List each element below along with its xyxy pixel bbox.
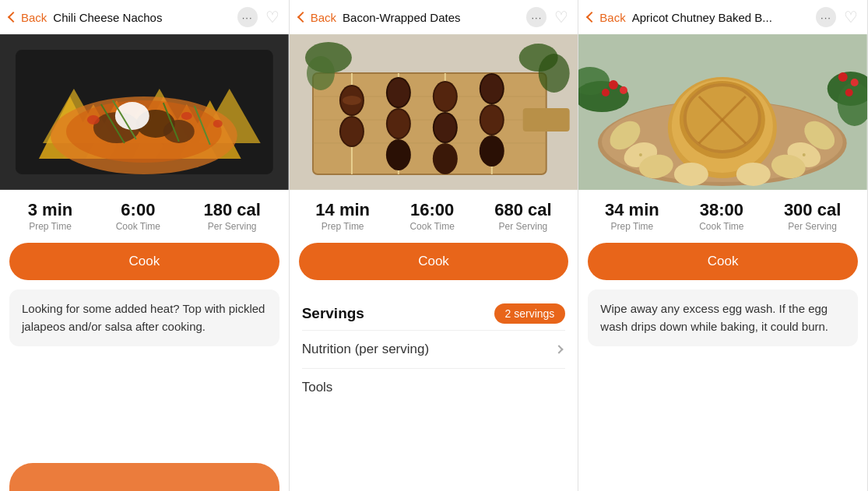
- header-panel3: Back Apricot Chutney Baked B... ··· ♡: [578, 0, 867, 34]
- recipe-title-panel3: Apricot Chutney Baked B...: [632, 11, 810, 24]
- svg-point-46: [386, 139, 411, 170]
- recipe-title-panel1: Chili Cheese Nachos: [53, 11, 230, 24]
- prep-time-stat-panel1: 3 min Prep Time: [28, 201, 72, 232]
- prep-time-stat-panel2: 14 min Prep Time: [315, 201, 370, 232]
- svg-point-80: [639, 153, 642, 156]
- servings-section-panel2: Servings 2 servings Nutrition (per servi…: [290, 289, 578, 408]
- header-panel2: Back Bacon-Wrapped Dates ··· ♡: [290, 0, 578, 34]
- svg-point-39: [343, 96, 361, 105]
- stats-row-panel2: 14 min Prep Time 16:00 Cook Time 680 cal…: [290, 190, 578, 240]
- servings-badge-panel2[interactable]: 2 servings: [494, 303, 566, 324]
- prep-time-label-panel3: Prep Time: [611, 221, 654, 232]
- cook-time-stat-panel1: 6:00 Cook Time: [116, 201, 160, 232]
- cook-button-panel1[interactable]: Cook: [9, 243, 279, 280]
- prep-time-value-panel2: 14 min: [315, 201, 370, 219]
- calories-label-panel2: Per Serving: [499, 221, 548, 232]
- back-label-panel3: Back: [599, 11, 625, 24]
- calories-label-panel3: Per Serving: [788, 221, 837, 232]
- calories-stat-panel1: 180 cal Per Serving: [204, 201, 261, 232]
- header-panel1: Back Chili Cheese Nachos ··· ♡: [0, 0, 289, 34]
- cook-button-panel2[interactable]: Cook: [299, 243, 569, 280]
- calories-value-panel2: 680 cal: [494, 201, 551, 219]
- header-icons-panel2: ··· ♡: [526, 7, 568, 27]
- food-image-panel2: [290, 34, 578, 190]
- back-chevron-icon-panel3: [586, 12, 597, 23]
- svg-rect-32: [522, 108, 569, 132]
- cook-time-stat-panel3: 38:00 Cook Time: [699, 201, 743, 232]
- svg-point-23: [181, 112, 192, 120]
- prep-time-value-panel1: 3 min: [28, 201, 72, 219]
- cook-time-value-panel3: 38:00: [700, 201, 743, 219]
- servings-row-panel2: Servings 2 servings: [302, 297, 566, 330]
- calories-stat-panel2: 680 cal Per Serving: [494, 201, 551, 232]
- svg-point-78: [674, 163, 708, 186]
- svg-point-86: [609, 80, 618, 89]
- prep-time-label-panel1: Prep Time: [29, 221, 72, 232]
- back-button-panel2[interactable]: Back: [299, 11, 336, 24]
- back-label-panel2: Back: [311, 11, 336, 24]
- info-text-panel3: Wipe away any excess egg wash. If the eg…: [600, 302, 828, 333]
- favorite-button-panel2[interactable]: ♡: [554, 8, 568, 26]
- svg-point-45: [388, 110, 409, 138]
- calories-value-panel3: 300 cal: [784, 201, 841, 219]
- back-button-panel1[interactable]: Back: [9, 11, 47, 24]
- header-icons-panel3: ··· ♡: [816, 7, 858, 27]
- svg-point-56: [479, 135, 504, 167]
- svg-point-51: [433, 143, 458, 174]
- calories-value-panel1: 180 cal: [204, 201, 261, 219]
- info-card-panel3: Wipe away any excess egg wash. If the eg…: [588, 289, 858, 346]
- more-options-button-panel3[interactable]: ···: [816, 7, 836, 27]
- stats-row-panel1: 3 min Prep Time 6:00 Cook Time 180 cal P…: [0, 190, 289, 240]
- nutrition-label-panel2: Nutrition (per serving): [302, 342, 429, 357]
- cook-time-label-panel3: Cook Time: [699, 221, 743, 232]
- prep-time-label-panel2: Prep Time: [322, 221, 364, 232]
- svg-point-81: [803, 153, 806, 156]
- cook-button-panel3[interactable]: Cook: [588, 243, 858, 280]
- header-icons-panel1: ··· ♡: [237, 7, 279, 27]
- tools-label-panel2: Tools: [302, 380, 333, 395]
- favorite-button-panel1[interactable]: ♡: [265, 8, 279, 26]
- svg-point-22: [87, 115, 100, 125]
- panel-bacon-wrapped-dates: Back Bacon-Wrapped Dates ··· ♡: [290, 0, 579, 491]
- favorite-button-panel3[interactable]: ♡: [844, 8, 858, 26]
- svg-point-87: [620, 86, 627, 94]
- svg-point-53: [480, 75, 502, 103]
- svg-point-48: [434, 82, 456, 110]
- back-button-panel3[interactable]: Back: [588, 11, 625, 24]
- svg-point-59: [538, 54, 569, 93]
- svg-point-41: [341, 117, 363, 146]
- svg-point-55: [480, 106, 502, 134]
- svg-point-60: [307, 56, 335, 90]
- info-card-panel1: Looking for some added heat? Top with pi…: [9, 289, 279, 346]
- cook-time-value-panel1: 6:00: [121, 201, 155, 219]
- svg-point-89: [838, 72, 848, 82]
- svg-point-17: [115, 102, 149, 130]
- more-options-button-panel1[interactable]: ···: [237, 7, 258, 27]
- calories-label-panel1: Per Serving: [208, 221, 257, 232]
- recipe-title-panel2: Bacon-Wrapped Dates: [343, 11, 520, 24]
- calories-stat-panel3: 300 cal Per Serving: [784, 201, 841, 232]
- svg-point-91: [845, 89, 853, 96]
- back-label-panel1: Back: [21, 11, 47, 24]
- panel-apricot-baked-brie: Back Apricot Chutney Baked B... ··· ♡: [578, 0, 868, 491]
- more-options-button-panel2[interactable]: ···: [526, 7, 546, 27]
- svg-point-50: [434, 114, 456, 142]
- svg-point-79: [736, 163, 771, 186]
- cook-time-stat-panel2: 16:00 Cook Time: [409, 201, 454, 232]
- servings-title-panel2: Servings: [302, 305, 364, 322]
- svg-point-43: [388, 79, 409, 107]
- back-chevron-icon: [8, 12, 19, 23]
- svg-point-90: [851, 79, 859, 86]
- stats-row-panel3: 34 min Prep Time 38:00 Cook Time 300 cal…: [578, 190, 867, 240]
- svg-point-24: [213, 120, 223, 128]
- tools-row-panel2[interactable]: Tools: [302, 368, 566, 400]
- nutrition-row-panel2[interactable]: Nutrition (per serving): [302, 330, 566, 368]
- prep-time-value-panel3: 34 min: [605, 201, 659, 219]
- info-text-panel1: Looking for some added heat? Top with pi…: [22, 302, 265, 333]
- food-image-panel3: [578, 34, 867, 190]
- food-image-panel1: [0, 34, 289, 190]
- back-chevron-icon-panel2: [297, 12, 308, 23]
- cook-time-label-panel1: Cook Time: [116, 221, 160, 232]
- bottom-hint-panel1: [9, 463, 279, 491]
- nutrition-chevron-icon: [555, 345, 564, 354]
